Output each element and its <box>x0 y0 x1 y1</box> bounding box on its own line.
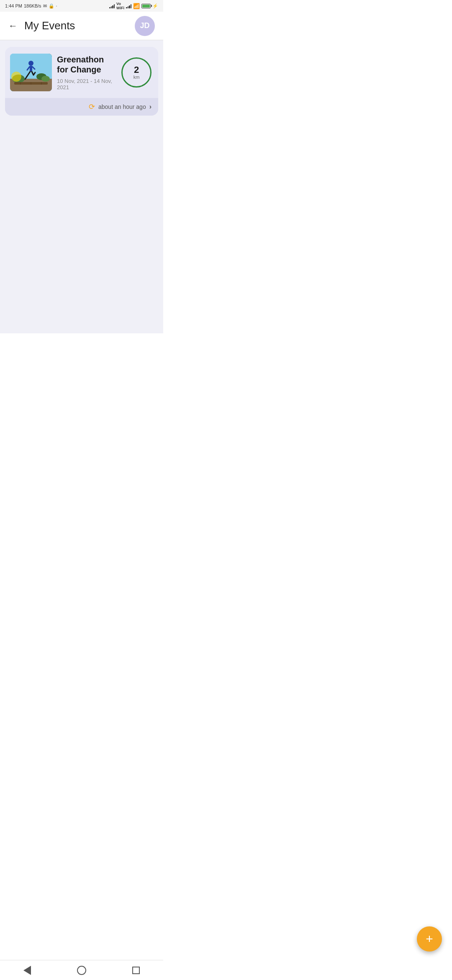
event-name: Greenathon for Change <box>57 54 116 75</box>
distance-unit: km <box>134 75 140 80</box>
chevron-right-icon: › <box>149 103 152 111</box>
event-card-top: Greenathon for Change 10 Nov, 2021 - 14 … <box>5 47 158 98</box>
time-display: 1:44 PM <box>5 3 22 8</box>
event-card[interactable]: Greenathon for Change 10 Nov, 2021 - 14 … <box>5 47 158 116</box>
signal-bars <box>109 3 115 8</box>
distance-number: 2 <box>134 65 139 75</box>
gmail-icon: ✉ <box>43 3 47 9</box>
svg-point-4 <box>41 76 50 82</box>
back-button[interactable]: ← <box>8 21 18 31</box>
bolt-icon: ⚡ <box>152 3 158 9</box>
status-right: VoWiFi 📶 ⚡ <box>109 2 158 10</box>
app-header: ← My Events JD <box>0 12 163 40</box>
vowifi-label: VoWiFi <box>116 2 124 10</box>
status-bar: 1:44 PM 186KB/s ✉ 🔒 · VoWiFi 📶 ⚡ <box>0 0 163 12</box>
distance-circle: 2 km <box>121 57 152 88</box>
svg-point-5 <box>11 72 21 82</box>
battery-fill <box>142 5 150 8</box>
event-image <box>10 54 52 91</box>
last-updated: about an hour ago <box>98 103 146 110</box>
signal-bar2-3 <box>129 5 130 8</box>
dot-indicator: · <box>56 3 57 8</box>
event-card-bottom[interactable]: ⟳ about an hour ago › <box>5 98 158 116</box>
event-date: 10 Nov, 2021 - 14 Nov, 2021 <box>57 78 116 90</box>
signal-bar-3 <box>112 5 113 8</box>
signal-bar2-4 <box>131 4 132 8</box>
signal-bar-2 <box>111 6 112 8</box>
event-info: Greenathon for Change 10 Nov, 2021 - 14 … <box>57 54 116 90</box>
wifi-icon: 📶 <box>133 3 140 9</box>
privacy-icon: 🔒 <box>49 3 54 9</box>
event-image-svg <box>10 54 52 91</box>
status-left: 1:44 PM 186KB/s ✉ 🔒 · <box>5 3 57 9</box>
page-title: My Events <box>24 19 75 32</box>
battery-box <box>141 4 151 8</box>
main-content: Greenathon for Change 10 Nov, 2021 - 14 … <box>0 40 163 333</box>
signal-bar2-1 <box>126 7 127 8</box>
network-speed: 186KB/s <box>24 3 41 8</box>
svg-point-6 <box>28 61 33 66</box>
signal-bar-1 <box>109 7 110 8</box>
signal-bars-2 <box>126 3 131 8</box>
signal-bar-4 <box>114 4 115 8</box>
avatar[interactable]: JD <box>135 16 155 36</box>
refresh-icon: ⟳ <box>89 102 95 111</box>
header-left: ← My Events <box>8 19 75 32</box>
battery-indicator <box>141 4 151 8</box>
signal-bar2-2 <box>128 6 129 8</box>
avatar-initials: JD <box>140 21 149 30</box>
